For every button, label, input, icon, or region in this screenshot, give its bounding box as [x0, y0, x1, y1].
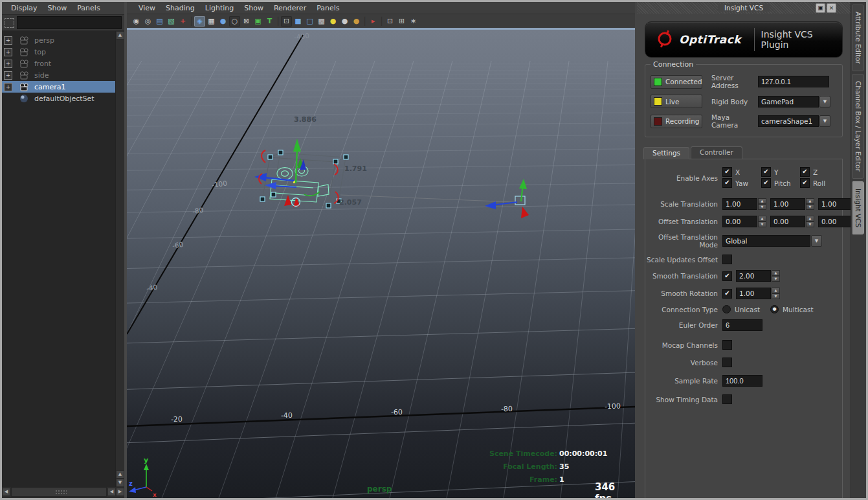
tab-attribute-editor[interactable]: Attribute Editor — [852, 5, 864, 71]
server-address-input[interactable] — [758, 76, 829, 87]
default-lighting-icon[interactable]: ⊡ — [281, 16, 292, 27]
frame-icon[interactable]: ⊞ — [396, 16, 407, 27]
expander-icon[interactable]: + — [4, 71, 12, 80]
close-icon[interactable]: × — [827, 3, 836, 13]
chevron-down-icon[interactable]: ▼ — [811, 235, 822, 247]
viewport-canvas[interactable]: y z x -20 -40 -60 -80 -100 -40 -60 -80 -… — [127, 30, 635, 498]
axis-yaw-checkbox[interactable]: ✔Yaw — [722, 178, 761, 188]
unicast-radio[interactable]: Unicast — [722, 305, 760, 313]
menu-renderer[interactable]: Renderer — [269, 3, 311, 14]
spin-down-icon[interactable]: ▼ — [806, 204, 814, 210]
tree-row-persp[interactable]: + persp — [2, 34, 116, 46]
mocap-channels-checkbox[interactable] — [722, 340, 732, 350]
smooth-rotation-spinner[interactable]: 1.00▲▼ — [736, 288, 780, 299]
spin-down-icon[interactable]: ▼ — [772, 293, 780, 299]
menu-display[interactable]: Display — [6, 3, 43, 14]
all-lights-icon[interactable]: ■ — [293, 16, 304, 27]
panel-titlebar[interactable]: Insight VCS ▣ × — [637, 2, 851, 14]
image-plane-icon[interactable]: ▧ — [166, 16, 177, 27]
live-button[interactable]: Live — [651, 95, 702, 108]
tab-controller[interactable]: Controller — [691, 146, 742, 159]
spin-down-icon[interactable]: ▼ — [758, 204, 766, 210]
scale-updates-offset-checkbox[interactable] — [722, 255, 732, 264]
axis-x-checkbox[interactable]: ✔X — [722, 167, 761, 177]
scroll-down-icon[interactable]: ▼ — [116, 479, 124, 487]
scale-y-spinner[interactable]: 1.00▲▼ — [770, 198, 814, 210]
axis-y-checkbox[interactable]: ✔Y — [761, 167, 800, 177]
smooth-translation-spinner[interactable]: 2.00▲▼ — [736, 270, 780, 282]
tree-row-defaultobjectset[interactable]: defaultObjectSet — [2, 93, 116, 104]
scroll-right-icon[interactable]: ▶ — [116, 488, 124, 496]
smooth-translation-checkbox[interactable]: ✔ — [722, 271, 732, 281]
offset-mode-dropdown[interactable]: Global ▼ — [722, 235, 822, 247]
chevron-down-icon[interactable]: ▼ — [819, 115, 830, 127]
expander-icon[interactable]: + — [4, 36, 12, 45]
tree-row-top[interactable]: + top — [2, 46, 116, 58]
tab-insight-vcs[interactable]: Insight VCS — [852, 181, 864, 234]
isolate-select-icon[interactable]: ⊡ — [384, 16, 395, 27]
tree-row-front[interactable]: + front — [2, 58, 116, 69]
scroll-up-icon[interactable]: ▲ — [116, 470, 124, 479]
multicast-radio[interactable]: ●Multicast — [770, 305, 813, 313]
filter-icon[interactable] — [5, 18, 14, 28]
spin-down-icon[interactable]: ▼ — [772, 276, 780, 282]
offset-x-spinner[interactable]: 0.00▲▼ — [722, 216, 766, 227]
scroll-track[interactable] — [11, 487, 107, 497]
smooth-shade-icon[interactable]: ● — [217, 16, 228, 27]
axis-z-checkbox[interactable]: ✔Z — [800, 167, 839, 177]
spin-up-icon[interactable]: ▲ — [806, 198, 814, 204]
show-timing-checkbox[interactable] — [722, 394, 732, 404]
spin-up-icon[interactable]: ▲ — [758, 216, 766, 222]
light-yellow-icon[interactable]: ● — [328, 16, 339, 27]
outliner-search-input[interactable] — [17, 16, 122, 29]
select-camera-icon[interactable]: ◉ — [131, 16, 142, 27]
connections-icon[interactable]: ∗ — [408, 16, 419, 27]
wireframe-on-shaded-icon[interactable]: ◈ — [194, 16, 205, 27]
spin-up-icon[interactable]: ▲ — [758, 198, 766, 204]
menu-view[interactable]: View — [133, 3, 161, 14]
expander-icon[interactable]: + — [4, 83, 12, 91]
menu-show[interactable]: Show — [239, 3, 269, 14]
tab-channel-box[interactable]: Channel Box / Layer Editor — [852, 74, 864, 179]
spin-up-icon[interactable]: ▲ — [806, 216, 814, 222]
textured-mode-icon[interactable]: T — [264, 16, 275, 27]
maya-camera-dropdown[interactable]: cameraShape1 ▼ — [758, 115, 830, 127]
scale-x-spinner[interactable]: 1.00▲▼ — [722, 198, 766, 210]
tab-settings[interactable]: Settings — [643, 147, 689, 159]
axis-roll-checkbox[interactable]: ✔Roll — [800, 178, 839, 188]
tree-row-camera1[interactable]: + camera1 — [2, 81, 116, 93]
tree-row-side[interactable]: + side — [2, 69, 116, 81]
no-textures-icon[interactable]: ⊠ — [241, 16, 252, 27]
uv-texture-icon[interactable]: ▦ — [206, 16, 217, 27]
chevron-down-icon[interactable]: ▼ — [819, 96, 830, 108]
select-tool-icon[interactable]: ▸ — [368, 16, 379, 27]
expander-icon[interactable]: + — [4, 60, 12, 68]
verbose-checkbox[interactable] — [722, 358, 732, 367]
shadows-icon[interactable]: ▩ — [316, 16, 327, 27]
offset-y-spinner[interactable]: 0.00▲▼ — [770, 216, 814, 227]
expander-icon[interactable]: + — [4, 48, 12, 56]
camera-attributes-icon[interactable]: ◎ — [142, 16, 153, 27]
sample-rate-input[interactable] — [722, 375, 762, 387]
menu-shading[interactable]: Shading — [161, 3, 200, 14]
outliner-horizontal-scrollbar[interactable]: ◀ ◀ ▶ — [2, 487, 124, 497]
euler-order-input[interactable] — [722, 319, 762, 331]
outliner-vertical-scrollbar[interactable]: ▲ ▲ ▼ — [115, 31, 124, 487]
light-silver-icon[interactable]: ● — [339, 16, 350, 27]
bookmarks-icon[interactable]: ▤ — [154, 16, 165, 27]
restore-icon[interactable]: ▣ — [816, 3, 825, 13]
spin-up-icon[interactable]: ▲ — [772, 270, 780, 276]
axis-pitch-checkbox[interactable]: ✔Pitch — [761, 178, 800, 188]
smooth-rotation-checkbox[interactable]: ✔ — [722, 289, 732, 299]
scroll-up-icon[interactable]: ▲ — [116, 31, 124, 40]
2d-pan-zoom-icon[interactable]: + — [177, 16, 188, 27]
spin-down-icon[interactable]: ▼ — [806, 222, 814, 227]
flat-lighting-icon[interactable]: □ — [304, 16, 315, 27]
menu-panels[interactable]: Panels — [72, 3, 105, 14]
scroll-grip[interactable] — [55, 490, 67, 494]
spin-down-icon[interactable]: ▼ — [758, 222, 766, 227]
scroll-left-icon[interactable]: ◀ — [107, 488, 116, 496]
menu-show[interactable]: Show — [43, 3, 72, 14]
default-material-icon[interactable]: ▣ — [252, 16, 263, 27]
flat-shade-icon[interactable]: ○ — [229, 16, 240, 27]
